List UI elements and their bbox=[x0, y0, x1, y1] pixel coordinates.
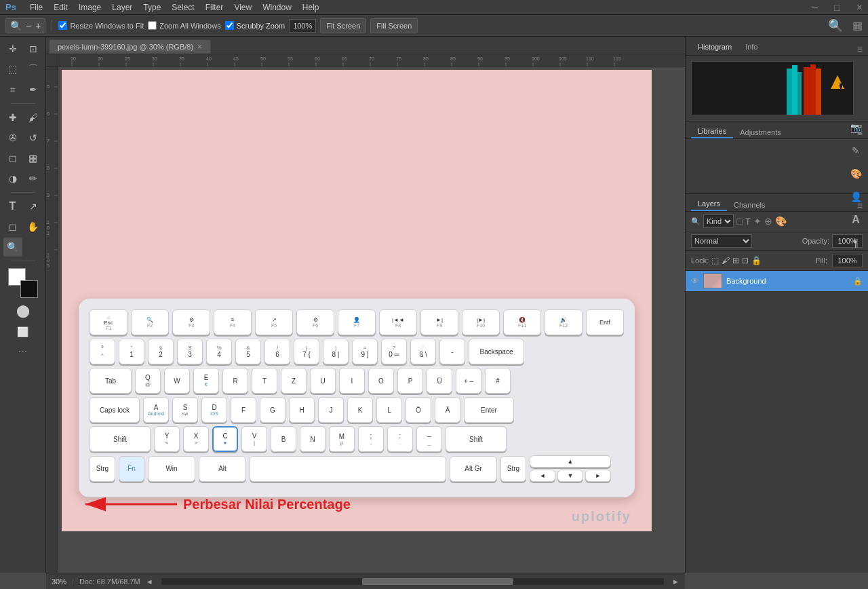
resize-windows-checkbox[interactable]: Resize Windows to Fit bbox=[58, 21, 144, 30]
layer-type-icon-4[interactable]: ⊕ bbox=[764, 216, 772, 227]
layer-type-icon-1[interactable]: □ bbox=[736, 216, 742, 227]
layer-visibility-eye[interactable]: 👁 bbox=[691, 276, 699, 286]
background-layer[interactable]: 👁 Background 🔒 bbox=[686, 271, 868, 291]
histogram-tab[interactable]: Histogram bbox=[691, 40, 738, 55]
clone-tool[interactable]: ✇ bbox=[3, 128, 22, 147]
svg-text:8: 8 bbox=[47, 166, 50, 170]
healing-tool[interactable]: ✚ bbox=[3, 108, 22, 127]
zoom-percent-input[interactable] bbox=[289, 19, 316, 33]
resize-windows-input[interactable] bbox=[58, 21, 67, 30]
text-a-icon[interactable]: A bbox=[846, 210, 865, 229]
extra-tool[interactable] bbox=[24, 238, 43, 256]
menu-filter[interactable]: Filter bbox=[205, 3, 224, 12]
zoom-out-icon[interactable]: − bbox=[26, 20, 31, 31]
window-close[interactable]: × bbox=[856, 1, 863, 14]
menu-help[interactable]: Help bbox=[302, 3, 319, 12]
lock-position-icon[interactable]: ⊞ bbox=[732, 256, 739, 265]
menu-view[interactable]: View bbox=[234, 3, 252, 12]
paragraph-icon[interactable]: ¶ bbox=[846, 233, 865, 252]
options-bar: 🔍 − + Resize Windows to Fit Zoom All Win… bbox=[0, 15, 868, 37]
extra-tools-button[interactable]: ··· bbox=[18, 345, 27, 358]
shape-tool[interactable]: ◻ bbox=[3, 217, 22, 236]
window-minimize[interactable]: – bbox=[812, 1, 818, 14]
zoom-tool[interactable]: 🔍 bbox=[3, 238, 22, 256]
ruler-top-svg: 10 20 25 30 35 40 45 50 55 60 bbox=[58, 54, 685, 66]
path-select-tool[interactable]: ↗ bbox=[24, 197, 43, 216]
info-tab[interactable]: Info bbox=[738, 40, 764, 55]
color-icon[interactable]: 🎨 bbox=[846, 164, 865, 183]
layers-tab[interactable]: Layers bbox=[691, 197, 727, 211]
key-3: $ 3 bbox=[177, 339, 203, 364]
svg-text:100: 100 bbox=[532, 56, 540, 61]
zoom-all-windows-checkbox[interactable]: Zoom All Windows bbox=[148, 21, 220, 30]
lock-all-icon[interactable]: 🔒 bbox=[751, 256, 762, 265]
document-tab[interactable]: pexels-lumn-399160.jpg @ 30% (RGB/8) × bbox=[49, 39, 211, 54]
eyedropper-tool[interactable]: ✒ bbox=[24, 80, 43, 99]
channels-tab[interactable]: Channels bbox=[727, 199, 772, 211]
tools-panel: ✛ ⊡ ⬚ ⌒ ⌗ ✒ ✚ 🖌 ✇ ↺ ◻ ▦ ◑ ✏ T ↗ ◻ ✋ 🔍 bbox=[0, 37, 46, 573]
zoom-in-icon[interactable]: + bbox=[35, 20, 41, 31]
blend-mode-dropdown[interactable]: Normal bbox=[691, 234, 752, 248]
marquee-tool[interactable]: ⬚ bbox=[3, 60, 22, 79]
horizontal-scrollbar[interactable] bbox=[161, 578, 664, 585]
histogram-options-button[interactable]: ≡ bbox=[857, 44, 863, 55]
quick-mask-button[interactable]: ⬤ bbox=[16, 303, 30, 318]
artboard-tool[interactable]: ⊡ bbox=[24, 39, 43, 58]
lock-transparent-icon[interactable]: ⬚ bbox=[711, 256, 719, 265]
layers-channels-tabs: Layers Channels ≡ bbox=[686, 194, 868, 212]
menu-file[interactable]: File bbox=[30, 3, 43, 12]
key-ae: Ä bbox=[435, 397, 460, 423]
fill-input[interactable] bbox=[832, 254, 863, 267]
scrubby-zoom-checkbox[interactable]: Scrubby Zoom bbox=[225, 21, 285, 30]
adjustments-tab[interactable]: Adjustments bbox=[733, 126, 788, 138]
camera-icon[interactable]: 📷 bbox=[846, 118, 865, 137]
panel-toggle[interactable]: ▦ bbox=[852, 19, 863, 32]
window-maximize[interactable]: □ bbox=[834, 2, 840, 13]
key-w: W bbox=[164, 368, 190, 394]
status-arrow-left[interactable]: ◄ bbox=[146, 577, 153, 586]
brush-tool[interactable]: 🖌 bbox=[24, 108, 43, 127]
person-icon[interactable]: 👤 bbox=[846, 187, 865, 206]
scrollbar-thumb[interactable] bbox=[362, 578, 513, 585]
key-capslock: Caps lock bbox=[90, 397, 140, 423]
lock-artboard-icon[interactable]: ⊡ bbox=[742, 256, 749, 265]
key-h: H bbox=[289, 397, 315, 423]
key-r: R bbox=[222, 368, 248, 394]
lock-image-icon[interactable]: 🖌 bbox=[722, 256, 730, 265]
layers-filter-dropdown[interactable]: Kind bbox=[703, 214, 734, 228]
fill-screen-button[interactable]: Fill Screen bbox=[370, 18, 418, 33]
libraries-tab[interactable]: Libraries bbox=[691, 125, 733, 138]
pen-tool[interactable]: ✏ bbox=[24, 169, 43, 188]
screen-mode-button[interactable]: ⬜ bbox=[14, 322, 33, 341]
key-alt-left: Alt bbox=[199, 456, 246, 482]
zoom-all-windows-input[interactable] bbox=[148, 21, 157, 30]
menu-window[interactable]: Window bbox=[262, 3, 292, 12]
layer-type-icon-5[interactable]: 🎨 bbox=[775, 216, 787, 227]
ruler-left-svg: 5 6 7 8 9 1 0 1 1 0 5 bbox=[46, 66, 58, 573]
menu-select[interactable]: Select bbox=[172, 3, 194, 12]
document-tab-close[interactable]: × bbox=[197, 42, 202, 52]
type-tool[interactable]: T bbox=[3, 197, 22, 216]
move-tool[interactable]: ✛ bbox=[3, 39, 22, 58]
layer-type-icon-3[interactable]: ✦ bbox=[753, 216, 762, 227]
annotation-arrow-svg bbox=[72, 487, 180, 521]
lasso-tool[interactable]: ⌒ bbox=[24, 60, 43, 79]
history-tool[interactable]: ↺ bbox=[24, 128, 43, 147]
scrubby-zoom-input[interactable] bbox=[225, 21, 234, 30]
eraser-tool[interactable]: ◻ bbox=[3, 149, 22, 168]
status-arrow-right[interactable]: ► bbox=[672, 577, 679, 586]
layer-type-icon-2[interactable]: T bbox=[745, 216, 751, 227]
fit-screen-button[interactable]: Fit Screen bbox=[320, 18, 366, 33]
key-win: Win bbox=[148, 456, 195, 482]
menu-edit[interactable]: Edit bbox=[54, 3, 68, 12]
dodge-tool[interactable]: ◑ bbox=[3, 169, 22, 188]
menu-image[interactable]: Image bbox=[79, 3, 101, 12]
background-color[interactable] bbox=[20, 280, 38, 298]
edit-icon[interactable]: ✎ bbox=[846, 141, 865, 160]
search-button[interactable]: 🔍 bbox=[828, 18, 843, 33]
gradient-tool[interactable]: ▦ bbox=[24, 149, 43, 168]
crop-tool[interactable]: ⌗ bbox=[3, 80, 22, 99]
menu-type[interactable]: Type bbox=[143, 3, 161, 12]
menu-layer[interactable]: Layer bbox=[112, 3, 132, 12]
hand-tool[interactable]: ✋ bbox=[24, 217, 43, 236]
